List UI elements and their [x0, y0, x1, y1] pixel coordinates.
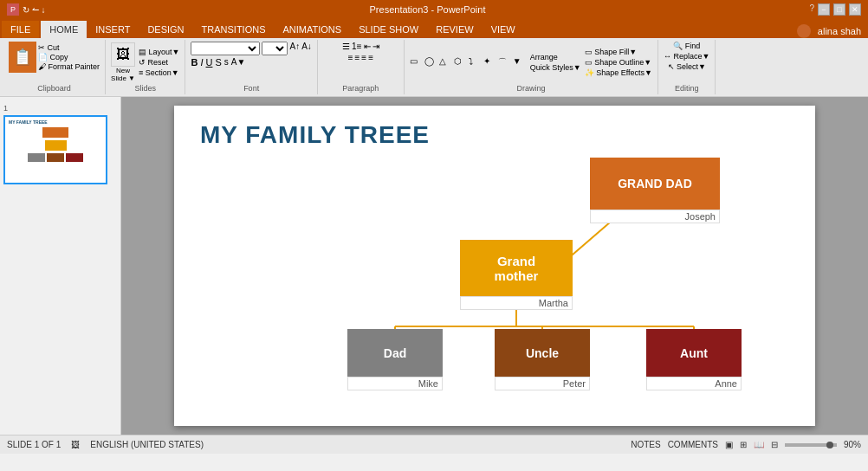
window-controls: ? − □ ✕	[809, 3, 861, 16]
user-icon	[797, 24, 811, 38]
quick-styles-button[interactable]: Quick Styles▼	[530, 63, 581, 72]
indent-increase-button[interactable]: ⇥	[372, 42, 379, 51]
shape-fill-button[interactable]: ▭ Shape Fill▼	[585, 48, 652, 56]
shapes-grid: ▭ ◯ △ ⬡ ⤵ ✦ ⌒ ▼	[410, 56, 527, 68]
title-bar-left: P ↻ ↼ ↓	[7, 3, 46, 16]
italic-button[interactable]: I	[200, 57, 203, 68]
cut-button[interactable]: ✂ Cut	[38, 43, 100, 52]
shape-effects-button[interactable]: ✨ Shape Effects▼	[585, 68, 652, 77]
main-area: 1 MY FAMILY TREEE	[0, 97, 868, 435]
maximize-button[interactable]: □	[833, 3, 845, 16]
granddad-name: Joseph	[590, 210, 720, 223]
user-area: alina shah	[797, 24, 868, 38]
new-slide-button[interactable]: 🖼 New Slide ▼	[111, 42, 135, 82]
node-granddad[interactable]: GRAND DAD Joseph	[590, 158, 720, 223]
node-dad[interactable]: Dad Mike	[347, 329, 443, 390]
replace-button[interactable]: ↔ Replace▼	[664, 52, 709, 61]
slide[interactable]: MY FAMILY TREEE GRAND DAD Joseph Grandmo…	[174, 106, 815, 426]
strikethrough-button[interactable]: S	[215, 57, 221, 68]
node-aunt[interactable]: Aunt Anne	[646, 329, 742, 390]
font-color-button[interactable]: A▼	[231, 57, 246, 68]
slide-info: SLIDE 1 OF 1	[7, 440, 61, 449]
copy-button[interactable]: 📄 Copy	[38, 53, 100, 61]
shape-4[interactable]: ⬡	[454, 56, 468, 68]
dad-name: Mike	[347, 377, 443, 390]
slide-number-label: 1	[3, 104, 117, 113]
format-painter-button[interactable]: 🖌 Format Painter	[38, 62, 100, 71]
slide-thumbnail[interactable]: MY FAMILY TREEE	[3, 115, 107, 184]
granddad-label: GRAND DAD	[590, 158, 720, 210]
drawing-label: Drawing	[516, 82, 545, 93]
reset-button[interactable]: ↺ Reset	[139, 58, 179, 67]
shape-2[interactable]: ◯	[424, 56, 438, 68]
bullets-button[interactable]: ☰	[342, 42, 350, 51]
shape-outline-button[interactable]: ▭ Shape Outline▼	[585, 58, 652, 67]
zoom-slider[interactable]	[785, 443, 837, 447]
notes-button[interactable]: NOTES	[631, 440, 660, 449]
slides-buttons: 🖼 New Slide ▼ ▤ Layout▼ ↺ Reset ≡ Sectio…	[111, 42, 179, 82]
layout-button[interactable]: ▤ Layout▼	[139, 48, 179, 56]
more-shapes-button[interactable]: ▼	[513, 56, 527, 68]
status-bar: SLIDE 1 OF 1 🖼 ENGLISH (UNITED STATES) N…	[0, 435, 868, 454]
ribbon: 📋 ✂ Cut 📄 Copy 🖌 Format Painter Clipboar…	[0, 38, 868, 97]
title-bar: P ↻ ↼ ↓ Presentation3 - PowerPoint ? − □…	[0, 0, 868, 19]
tab-slideshow[interactable]: SLIDE SHOW	[350, 21, 427, 38]
align-left-button[interactable]: ≡	[348, 53, 353, 62]
clipboard-label: Clipboard	[37, 82, 71, 93]
select-button[interactable]: ↖ Select▼	[668, 62, 706, 71]
tab-home[interactable]: HOME	[41, 21, 87, 38]
comments-button[interactable]: COMMENTS	[668, 440, 718, 449]
shape-7[interactable]: ⌒	[498, 56, 512, 68]
align-center-button[interactable]: ≡	[354, 53, 360, 62]
decrease-font-button[interactable]: A↓	[301, 42, 312, 55]
status-right: NOTES COMMENTS ▣ ⊞ 📖 ⊟ 90%	[631, 440, 861, 449]
shadow-button[interactable]: s	[224, 57, 229, 68]
dad-label: Dad	[347, 329, 443, 377]
thumb-title: MY FAMILY TREEE	[5, 117, 106, 126]
tab-file[interactable]: FILE	[2, 21, 39, 38]
tab-animations[interactable]: ANIMATIONS	[275, 21, 351, 38]
underline-button[interactable]: U	[205, 57, 212, 68]
arrange-button[interactable]: Arrange	[530, 53, 581, 61]
minimize-button[interactable]: −	[818, 3, 830, 16]
shape-5[interactable]: ⤵	[469, 56, 483, 68]
view-slide-button[interactable]: ⊞	[740, 440, 747, 449]
uncle-label: Uncle	[495, 329, 590, 377]
numbering-button[interactable]: 1≡	[352, 42, 361, 51]
username: alina shah	[818, 26, 861, 36]
indent-decrease-button[interactable]: ⇤	[364, 42, 371, 51]
close-button[interactable]: ✕	[849, 3, 861, 16]
align-right-button[interactable]: ≡	[361, 53, 366, 62]
tab-transitions[interactable]: TRANSITIONS	[193, 21, 275, 38]
section-button[interactable]: ≡ Section▼	[139, 68, 179, 77]
view-presenter-button[interactable]: ⊟	[771, 440, 778, 449]
find-button[interactable]: 🔍 Find	[673, 42, 700, 50]
help-icon[interactable]: ?	[809, 3, 814, 16]
slide-title: MY FAMILY TREEE	[200, 121, 430, 149]
shape-6[interactable]: ✦	[483, 56, 497, 68]
tab-review[interactable]: REVIEW	[427, 21, 482, 38]
node-uncle[interactable]: Uncle Peter	[495, 329, 590, 390]
shape-1[interactable]: ▭	[410, 56, 424, 68]
font-family-select[interactable]	[191, 42, 260, 55]
grandmother-name: Martha	[460, 296, 573, 310]
node-grandmother[interactable]: Grandmother Martha	[460, 240, 573, 310]
view-normal-button[interactable]: ▣	[725, 440, 733, 449]
justify-button[interactable]: ≡	[368, 53, 373, 62]
paste-icon[interactable]: 📋	[9, 42, 36, 73]
font-size-select[interactable]	[262, 42, 288, 55]
font-label: Font	[243, 82, 259, 93]
view-reading-button[interactable]: 📖	[754, 440, 764, 449]
shape-3[interactable]: △	[439, 56, 453, 68]
increase-font-button[interactable]: A↑	[289, 42, 300, 55]
bold-button[interactable]: B	[191, 57, 198, 68]
drawing-controls: ▭ ◯ △ ⬡ ⤵ ✦ ⌒ ▼ Arrange Quick Styles▼ ▭ …	[410, 42, 652, 82]
tab-insert[interactable]: INSERT	[87, 21, 139, 38]
ribbon-group-paragraph: ☰ 1≡ ⇤ ⇥ ≡ ≡ ≡ ≡ Paragraph	[318, 40, 405, 94]
ribbon-tabs: FILE HOME INSERT DESIGN TRANSITIONS ANIM…	[0, 19, 868, 38]
language: ENGLISH (UNITED STATES)	[90, 440, 204, 449]
slide-canvas: MY FAMILY TREEE GRAND DAD Joseph Grandmo…	[121, 97, 868, 435]
aunt-label: Aunt	[646, 329, 742, 377]
tab-design[interactable]: DESIGN	[139, 21, 192, 38]
tab-view[interactable]: VIEW	[483, 21, 524, 38]
